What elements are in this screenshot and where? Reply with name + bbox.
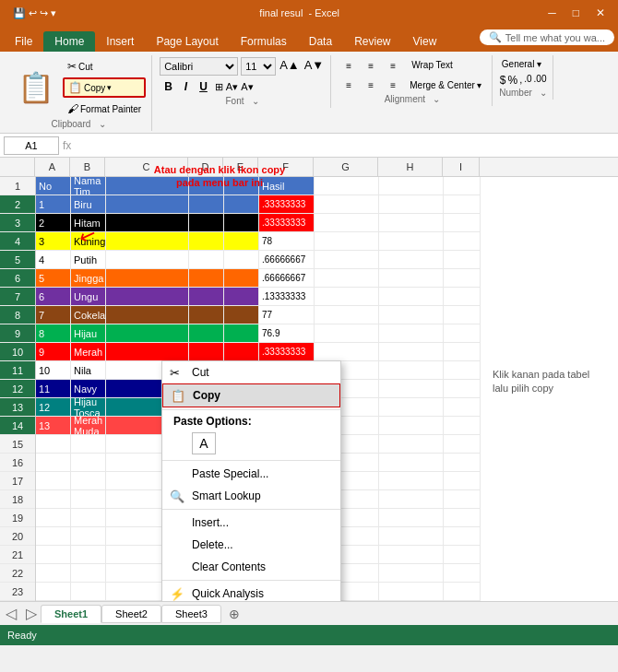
font-size-select[interactable]: 11 xyxy=(241,57,276,76)
row-num-7[interactable]: 7 xyxy=(0,288,35,306)
italic-button[interactable]: I xyxy=(180,78,192,95)
border-button[interactable]: ⊞ xyxy=(215,81,223,93)
minimize-btn[interactable]: ─ xyxy=(542,6,562,19)
formula-input[interactable] xyxy=(75,140,614,151)
ctx-paste-special[interactable]: Paste Special... xyxy=(162,463,340,485)
cell-b8[interactable]: Cokelat xyxy=(71,306,106,324)
cell-h15[interactable] xyxy=(379,435,444,454)
tab-review[interactable]: Review xyxy=(343,31,401,52)
cell-g2[interactable] xyxy=(315,195,379,214)
align-center-btn[interactable]: ≡ xyxy=(361,77,381,93)
align-top-left-btn[interactable]: ≡ xyxy=(339,57,359,74)
row-num-13[interactable]: 13 xyxy=(0,398,35,417)
cell-reference-input[interactable] xyxy=(4,136,59,155)
decrease-decimal-btn[interactable]: .00 xyxy=(534,74,547,87)
cell-b1[interactable]: Nama Tim xyxy=(71,177,106,195)
align-left-btn[interactable]: ≡ xyxy=(339,77,359,93)
cell-f5[interactable]: .66666667 xyxy=(259,251,315,269)
cell-h9[interactable] xyxy=(379,324,444,343)
row-num-11[interactable]: 11 xyxy=(0,361,35,380)
cell-h5[interactable] xyxy=(379,251,444,269)
cell-i15[interactable] xyxy=(444,435,481,454)
cell-c4[interactable] xyxy=(106,232,189,251)
cell-a11[interactable]: 10 xyxy=(36,361,71,380)
cell-b15[interactable] xyxy=(71,435,106,454)
row-num-18[interactable]: 18 xyxy=(0,490,35,509)
cell-c7[interactable] xyxy=(106,288,189,306)
ctx-insert[interactable]: Insert... xyxy=(162,512,340,534)
cell-f8[interactable]: 77 xyxy=(259,306,315,324)
cell-a14[interactable]: 13 xyxy=(36,417,71,435)
cell-b7[interactable]: Ungu xyxy=(71,288,106,306)
row-num-12[interactable]: 12 xyxy=(0,380,35,398)
cell-b13[interactable]: Hijau Tosca xyxy=(71,398,106,417)
cell-g4[interactable] xyxy=(315,232,379,251)
cell-i4[interactable] xyxy=(444,232,481,251)
cell-e10[interactable] xyxy=(224,343,259,361)
row-num-20[interactable]: 20 xyxy=(0,527,35,546)
copy-button[interactable]: 📋 Copy ▾ xyxy=(63,77,146,98)
ctx-cut[interactable]: ✂ Cut xyxy=(162,361,340,383)
cell-d3[interactable] xyxy=(189,214,224,232)
cell-a2[interactable]: 1 xyxy=(36,195,71,214)
wrap-text-button[interactable]: Wrap Text xyxy=(405,57,459,74)
ctx-copy[interactable]: 📋 Copy xyxy=(162,383,340,407)
tab-page-layout[interactable]: Page Layout xyxy=(145,31,229,52)
add-sheet-button[interactable]: ⊕ xyxy=(221,605,247,623)
cell-d2[interactable] xyxy=(189,195,224,214)
bold-button[interactable]: B xyxy=(160,78,177,95)
cell-g7[interactable] xyxy=(315,288,379,306)
cell-a5[interactable]: 4 xyxy=(36,251,71,269)
col-header-i[interactable]: I xyxy=(443,158,480,176)
cell-c5[interactable] xyxy=(106,251,189,269)
cell-e7[interactable] xyxy=(224,288,259,306)
cell-b2[interactable]: Biru xyxy=(71,195,106,214)
row-num-15[interactable]: 15 xyxy=(0,435,35,454)
percent-btn[interactable]: % xyxy=(508,74,518,87)
cell-f4[interactable]: 78 xyxy=(259,232,315,251)
cell-a15[interactable] xyxy=(36,435,71,454)
tab-data[interactable]: Data xyxy=(298,31,343,52)
cell-f3[interactable]: .33333333 xyxy=(259,214,315,232)
cell-f7[interactable]: .13333333 xyxy=(259,288,315,306)
scroll-left-sheet-icon[interactable]: ◁ xyxy=(0,605,22,622)
merge-center-button[interactable]: Merge & Center ▾ xyxy=(405,77,486,93)
row-num-9[interactable]: 9 xyxy=(0,324,35,343)
cell-b9[interactable]: Hijau xyxy=(71,324,106,343)
cell-e2[interactable] xyxy=(224,195,259,214)
cell-b11[interactable]: Nila xyxy=(71,361,106,380)
cell-h1[interactable] xyxy=(379,177,444,195)
close-btn[interactable]: ✕ xyxy=(590,6,611,19)
align-top-right-btn[interactable]: ≡ xyxy=(383,57,403,74)
align-right-btn[interactable]: ≡ xyxy=(383,77,403,93)
cell-i10[interactable] xyxy=(444,343,481,361)
cell-h3[interactable] xyxy=(379,214,444,232)
cell-c8[interactable] xyxy=(106,306,189,324)
cell-d5[interactable] xyxy=(189,251,224,269)
sheet-tab-3[interactable]: Sheet3 xyxy=(161,605,221,623)
ctx-clear-contents[interactable]: Clear Contents xyxy=(162,556,340,578)
cell-b14[interactable]: Merah Muda xyxy=(71,417,106,435)
cell-a9[interactable]: 8 xyxy=(36,324,71,343)
cell-f2[interactable]: .33333333 xyxy=(259,195,315,214)
cell-i11[interactable] xyxy=(444,361,481,380)
cell-a10[interactable]: 9 xyxy=(36,343,71,361)
tell-me-input[interactable]: 🔍 Tell me what you wa... xyxy=(480,29,614,45)
cell-d10[interactable] xyxy=(189,343,224,361)
sheet-tab-1[interactable]: Sheet1 xyxy=(41,605,101,623)
cell-i8[interactable] xyxy=(444,306,481,324)
cell-d6[interactable] xyxy=(189,269,224,288)
cell-g5[interactable] xyxy=(315,251,379,269)
cell-i2[interactable] xyxy=(444,195,481,214)
cell-c9[interactable] xyxy=(106,324,189,343)
cell-e6[interactable] xyxy=(224,269,259,288)
paste-option-a[interactable]: A xyxy=(192,432,216,454)
fill-color-button[interactable]: A▾ xyxy=(226,81,238,93)
cell-c3[interactable] xyxy=(106,214,189,232)
row-num-21[interactable]: 21 xyxy=(0,546,35,564)
cell-h12[interactable] xyxy=(379,380,444,398)
cell-g3[interactable] xyxy=(315,214,379,232)
cell-i6[interactable] xyxy=(444,269,481,288)
decrease-font-icon[interactable]: A▼ xyxy=(303,57,326,76)
cell-a8[interactable]: 7 xyxy=(36,306,71,324)
